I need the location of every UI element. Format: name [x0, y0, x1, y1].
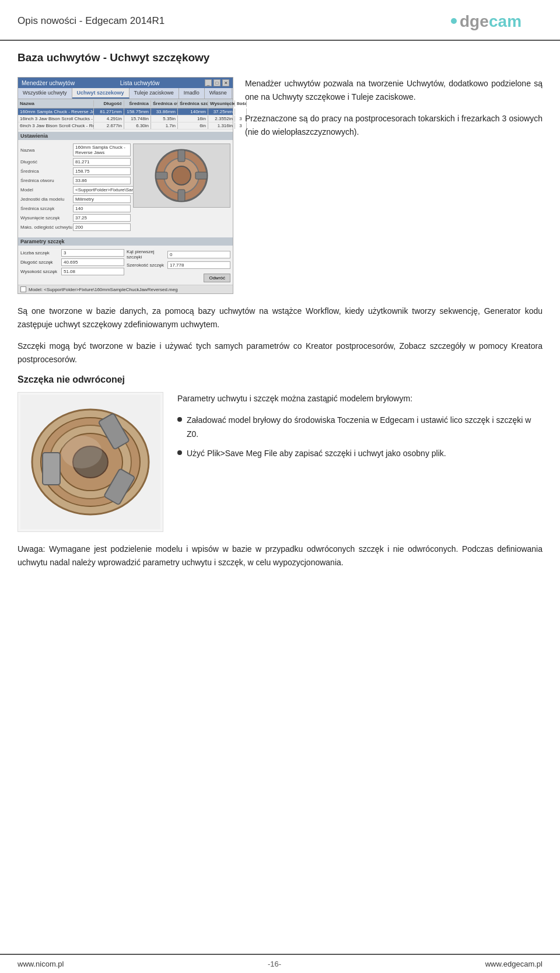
ss-val-dlugosc: 81.271 — [73, 158, 131, 166]
ss-val-otwor: 33.86 — [73, 177, 131, 184]
ss-params-area: Liczba szczęk 3 Długość szczęk 40.695 Wy… — [18, 247, 233, 285]
ss-titlebar: Menedżer uchwytów Lista uchwytów _ □ ✕ — [18, 78, 233, 88]
para4: Szczęki mogą być tworzone w bazie i używ… — [18, 340, 542, 366]
para2: Przeznaczone są do pracy na postprocesor… — [245, 112, 542, 139]
ss-maximize-btn[interactable]: □ — [214, 79, 220, 86]
edgecam-logo-svg: dge cam — [449, 7, 542, 35]
ss-settings-fields: Nazwa 160mm Sampla Chuck - Reverse Jaws … — [20, 144, 131, 233]
ss-col-len-header: Długość — [94, 100, 124, 107]
ss-field-szczeky: Średnica szczęk 140 — [20, 205, 131, 212]
right-text-col: Menadżer uchwytów pozwala na tworzenie U… — [245, 77, 542, 147]
para3: Są one tworzone w bazie danych, za pomoc… — [18, 304, 542, 331]
ss-chuck-preview — [133, 144, 230, 208]
ss-row1-bore: 33.86mm — [151, 108, 178, 115]
page-title: Opis nowości - Edgecam 2014R1 — [18, 15, 164, 27]
ss-pval-liczba: 3 — [61, 249, 124, 257]
svg-rect-8 — [156, 172, 167, 179]
chuck-section: Parametry uchwytu i szczęk można zastąpi… — [18, 392, 542, 532]
ss-list-row-1[interactable]: 160mm Sampla Chuck - Reverse Jaws 81.271… — [18, 108, 233, 116]
page-footer: www.nicom.pl -16- www.edgecam.pl — [0, 954, 560, 973]
ss-param-kat: Kąt pierwszej szczęki 0 — [127, 249, 230, 260]
bullet-1-text: Załadować model bryłowy do środowiska To… — [187, 414, 542, 440]
ss-tabs: Wszystkie uchwyty Uchwyt szczekowy Tulej… — [18, 88, 233, 99]
ss-val-odleglosc: 200 — [73, 223, 131, 231]
ss-param-liczba: Liczba szczęk 3 — [20, 249, 124, 257]
ss-close-btn[interactable]: ✕ — [222, 79, 229, 86]
ss-plabel-dlugosc: Długość szczęk — [20, 260, 61, 265]
chuck-preview-svg — [152, 146, 211, 205]
ss-label-jednostki: Jednostki dla modelu — [20, 197, 73, 202]
ss-tab-imadlo[interactable]: Imadlo — [179, 88, 205, 99]
ss-val-szczeky: 140 — [73, 205, 131, 212]
ss-tab-all[interactable]: Wszystkie uchwyty — [18, 88, 72, 99]
ss-pval-wysokosc: 51.08 — [61, 268, 124, 275]
ss-params-title: Parametry szczęk — [18, 237, 233, 246]
para1: Menadżer uchwytów pozwala na tworzenie U… — [245, 77, 542, 104]
ss-label-otwor: Średnica otworu — [20, 178, 73, 183]
ss-params-left: Liczba szczęk 3 Długość szczęk 40.695 Wy… — [20, 249, 124, 282]
ss-row3-dia: 6.30in — [124, 123, 151, 129]
ss-col-ext-header: Wysunięcie szcz — [208, 100, 235, 107]
ss-col-name-header: Nazwa — [18, 100, 94, 107]
ss-row2-bore: 5.35in — [151, 116, 178, 122]
svg-rect-7 — [178, 190, 185, 201]
logo: dge cam — [449, 7, 542, 35]
ss-col-bored-header: Średnica otworu — [151, 100, 178, 107]
ss-pval-kat: 0 — [167, 251, 230, 258]
ss-tab-wlasne[interactable]: Własne — [205, 88, 232, 99]
svg-point-0 — [451, 18, 457, 24]
ss-field-srednica: Średnica 158.75 — [20, 167, 131, 175]
ss-col-dia-header: Średnica — [124, 100, 151, 107]
ss-row1-len: 81.271mm — [94, 108, 124, 115]
ss-label-model: Model — [20, 187, 73, 192]
ss-row3-jaw: 6in — [178, 123, 208, 129]
ss-params-right: Kąt pierwszej szczęki 0 Szerokość szczęk… — [127, 249, 230, 282]
ss-row1-dia: 158.75mm — [124, 108, 151, 115]
footer-left: www.nicom.pl — [18, 960, 64, 968]
ss-plabel-liczba: Liczba szczęk — [20, 250, 61, 256]
ss-row3-len: 2.677in — [94, 123, 124, 129]
ss-row1-name: 160mm Sampla Chuck - Reverse Jaws — [18, 108, 94, 115]
main-content: Menedżer uchwytów Lista uchwytów _ □ ✕ W… — [0, 77, 560, 570]
ss-val-nazwa: 160mm Sampla Chuck - Reverse Jaws — [73, 144, 131, 156]
bullet-2: Użyć Plik>Save Meg File aby zapisać szcz… — [177, 447, 542, 460]
svg-text:dge: dge — [460, 12, 489, 30]
ss-param-szerokosc: Szerokość szczęk 17.778 — [127, 261, 230, 269]
ss-label-dlugosc: Długość — [20, 159, 73, 164]
ss-pval-szerokosc: 17.778 — [167, 261, 230, 269]
ss-checkbox[interactable] — [20, 286, 26, 292]
ss-field-otwor: Średnica otworu 33.86 — [20, 177, 131, 184]
ss-row2-jaw: 16in — [178, 116, 208, 122]
szczeka-title: Szczęka nie odwróconej — [18, 374, 542, 385]
ss-field-model: Model <SupportFolder>Fixture\Sample_Chuc… — [20, 186, 131, 194]
ss-field-dlugosc: Długość 81.271 — [20, 158, 131, 166]
ss-plabel-wysokosc: Wysokość szczęk — [20, 269, 61, 274]
ss-settings-title: Ustawienia — [18, 132, 233, 140]
ss-val-srednica: 158.75 — [73, 167, 131, 175]
ss-col-jaw-header: Średnica szczęk — [178, 100, 208, 107]
ss-plabel-szerokosc: Szerokość szczęk — [127, 262, 167, 268]
ss-label-wysuniecie: Wysunięcie szczęk — [20, 215, 73, 220]
chuck-3d-svg — [20, 395, 160, 529]
ss-list-header: Nazwa Długość Średnica Średnica otworu Ś… — [18, 99, 233, 108]
ss-label-nazwa: Nazwa — [20, 148, 73, 153]
ss-label-szczeky: Średnica szczęk — [20, 206, 73, 211]
ss-tab-szczekowy[interactable]: Uchwyt szczekowy — [72, 88, 130, 99]
ss-tab-tuleje[interactable]: Tuleje zaciskowe — [130, 88, 179, 99]
ss-list-title: Lista uchwytów — [120, 80, 160, 86]
bullet-2-text: Użyć Plik>Save Meg File aby zapisać szcz… — [187, 447, 446, 460]
page-header: Opis nowości - Edgecam 2014R1 dge cam — [0, 0, 560, 41]
ss-bottom-bar: Model: <SupportFolder>Fixture\160mmSampl… — [18, 285, 233, 293]
footer-right: www.edgecam.pl — [485, 960, 542, 968]
ss-minimize-btn[interactable]: _ — [205, 79, 212, 86]
ss-row3-ext: 1.316in — [208, 123, 235, 129]
footer-center: -16- — [268, 960, 281, 968]
ss-list-row-3[interactable]: 6inch 3 Jaw Bison Scroll Chuck - Reverse… — [18, 123, 233, 130]
ss-field-wysuniecie: Wysunięcie szczęk 37.25 — [20, 214, 131, 222]
ss-field-jednostki: Jednostki dla modelu Milimetry — [20, 195, 131, 203]
chuck-intro: Parametry uchwytu i szczęk można zastąpi… — [177, 392, 542, 405]
odwroc-button[interactable]: Odwróć — [204, 274, 230, 282]
ss-list-row-2[interactable]: 16inch 3 Jaw Bison Scroll Chucks - Rever… — [18, 116, 233, 123]
ss-row3-bore: 1.7in — [151, 123, 178, 129]
screenshot-box: Menedżer uchwytów Lista uchwytów _ □ ✕ W… — [18, 77, 233, 294]
